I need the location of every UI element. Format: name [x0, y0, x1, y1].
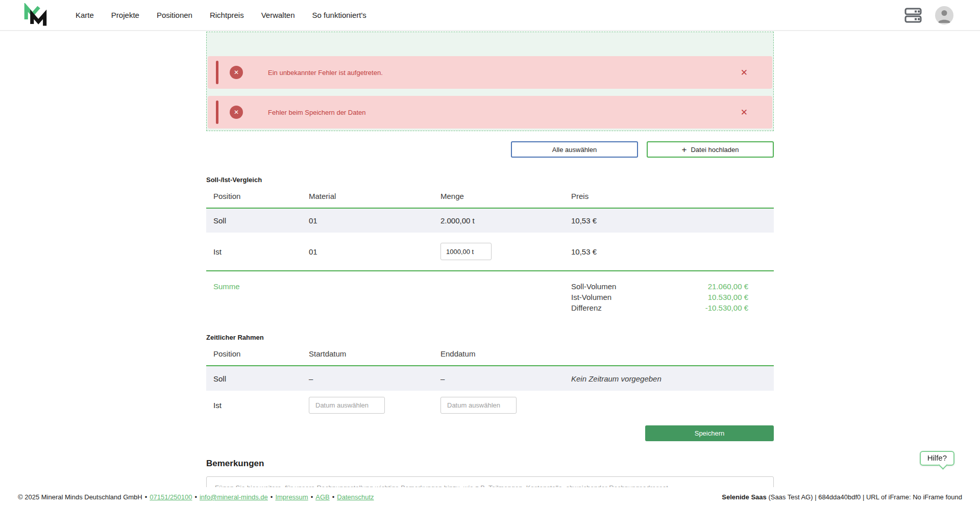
- summary-lines: Soll-Volumen 21.060,00 € Ist-Volumen 10.…: [571, 282, 774, 312]
- footer-separator: •: [332, 493, 335, 501]
- main-nav: Karte Projekte Positionen Richtpreis Ver…: [76, 11, 366, 19]
- alert-save-error: ✕ Fehler beim Speichern der Daten ✕: [208, 96, 772, 129]
- main-content: ✕ Ein unbekannter Fehler ist aufgetreten…: [206, 32, 774, 507]
- alert-accent-bar: [216, 61, 218, 84]
- save-row: Speichern: [206, 425, 774, 441]
- cell-menge: 2.000,00 t: [440, 216, 571, 225]
- col-position: Position: [213, 349, 309, 358]
- datenschutz-link[interactable]: Datenschutz: [337, 493, 374, 501]
- table-row-ist: Ist 01 10,53 €: [206, 233, 774, 271]
- close-icon[interactable]: ✕: [741, 68, 748, 77]
- select-all-label: Alle auswählen: [552, 146, 597, 154]
- col-preis: Preis: [571, 192, 774, 200]
- summary-line-soll-volumen: Soll-Volumen 21.060,00 €: [571, 282, 748, 291]
- summary-value: 21.060,00 €: [708, 282, 748, 291]
- nav-item-projekte[interactable]: Projekte: [111, 11, 139, 19]
- menge-input[interactable]: [440, 243, 492, 260]
- footer-separator: •: [271, 493, 273, 501]
- summary-value: 10.530,00 €: [708, 293, 748, 301]
- cell-material: 01: [309, 216, 440, 225]
- top-navigation-bar: Karte Projekte Positionen Richtpreis Ver…: [0, 0, 980, 31]
- alert-message: Ein unbekannter Fehler ist aufgetreten.: [268, 69, 383, 77]
- nav-item-verwalten[interactable]: Verwalten: [261, 11, 295, 19]
- phone-link[interactable]: 07151/250100: [150, 493, 192, 501]
- user-avatar[interactable]: [935, 6, 953, 24]
- error-badge-icon: ✕: [230, 66, 243, 79]
- cell-startdatum: [309, 397, 440, 414]
- end-date-input[interactable]: [440, 397, 517, 414]
- select-all-button[interactable]: Alle auswählen: [511, 141, 638, 158]
- timeframe-table-header: Position Startdatum Enddatum: [206, 342, 774, 366]
- upload-file-label: Datei hochladen: [691, 146, 739, 154]
- cell-startdatum: –: [309, 374, 440, 383]
- nav-item-richtpreis[interactable]: Richtpreis: [210, 11, 244, 19]
- copyright-text: © 2025 Mineral Minds Deutschland GmbH: [18, 493, 142, 501]
- footer: © 2025 Mineral Minds Deutschland GmbH • …: [0, 487, 980, 507]
- alert-unknown-error: ✕ Ein unbekannter Fehler ist aufgetreten…: [208, 56, 772, 89]
- cell-position: Ist: [213, 247, 309, 256]
- table-row-soll: Soll 01 2.000,00 t 10,53 €: [206, 209, 774, 233]
- nav-item-positionen[interactable]: Positionen: [157, 11, 192, 19]
- cell-enddatum: [440, 397, 571, 414]
- summary-label: Ist-Volumen: [571, 293, 611, 301]
- cell-menge: [440, 243, 571, 260]
- alerts-container: ✕ Ein unbekannter Fehler ist aufgetreten…: [206, 32, 774, 131]
- cell-position: Ist: [213, 401, 309, 410]
- email-link[interactable]: info@mineral-minds.de: [200, 493, 268, 501]
- plus-icon: +: [682, 145, 687, 154]
- save-button[interactable]: Speichern: [645, 425, 774, 441]
- cell-position: Soll: [213, 374, 309, 383]
- nav-item-karte[interactable]: Karte: [76, 11, 94, 19]
- summary-line-differenz: Differenz -10.530,00 €: [571, 303, 748, 312]
- upload-file-button[interactable]: + Datei hochladen: [647, 141, 774, 158]
- footer-env-info: Selenide Saas (Saas Test AG) | 684dda40b…: [722, 493, 962, 501]
- summary-label: Differenz: [571, 303, 602, 312]
- remarks-title: Bemerkungen: [206, 459, 774, 469]
- cell-preis: 10,53 €: [571, 247, 774, 256]
- env-details: (Saas Test AG) | 684dda40bdf0 | URL of i…: [767, 493, 962, 501]
- impressum-link[interactable]: Impressum: [275, 493, 308, 501]
- footer-separator: •: [194, 493, 197, 501]
- alert-accent-bar: [216, 100, 218, 124]
- comparison-table-header: Position Material Menge Preis: [206, 185, 774, 209]
- timeframe-row-ist: Ist: [206, 391, 774, 419]
- env-name: Selenide Saas: [722, 493, 766, 501]
- cell-enddatum: –: [440, 374, 571, 383]
- summary-label: Soll-Volumen: [571, 282, 616, 291]
- summary-row: Summe Soll-Volumen 21.060,00 € Ist-Volum…: [206, 271, 774, 318]
- timeframe-row-soll: Soll – – Kein Zeitraum vorgegeben: [206, 366, 774, 391]
- alert-message: Fehler beim Speichern der Daten: [268, 109, 366, 116]
- col-menge: Menge: [440, 192, 571, 200]
- mineral-minds-logo-icon[interactable]: [22, 3, 48, 28]
- timeframe-note: Kein Zeitraum vorgegeben: [571, 374, 774, 383]
- footer-separator: •: [145, 493, 148, 501]
- summe-label: Summe: [213, 282, 309, 291]
- server-stack-icon[interactable]: [904, 6, 922, 24]
- cell-material: 01: [309, 247, 440, 256]
- footer-left: © 2025 Mineral Minds Deutschland GmbH • …: [18, 493, 374, 501]
- start-date-input[interactable]: [309, 397, 385, 414]
- agb-link[interactable]: AGB: [315, 493, 329, 501]
- topbar-right: [904, 6, 953, 24]
- actions-row: Alle auswählen + Datei hochladen: [206, 141, 774, 158]
- error-badge-icon: ✕: [230, 106, 243, 119]
- summary-value: -10.530,00 €: [705, 303, 748, 312]
- summary-line-ist-volumen: Ist-Volumen 10.530,00 €: [571, 293, 748, 301]
- person-icon: [935, 6, 953, 24]
- nav-item-so-funktionierts[interactable]: So funktioniert's: [312, 11, 366, 19]
- col-startdatum: Startdatum: [309, 349, 440, 358]
- cell-position: Soll: [213, 216, 309, 225]
- cell-preis: 10,53 €: [571, 216, 774, 225]
- col-enddatum: Enddatum: [440, 349, 571, 358]
- comparison-title: Soll-/Ist-Vergleich: [206, 176, 774, 184]
- help-button[interactable]: Hilfe?: [920, 451, 954, 466]
- col-material: Material: [309, 192, 440, 200]
- timeframe-title: Zeitlicher Rahmen: [206, 334, 774, 341]
- col-position: Position: [213, 192, 309, 200]
- close-icon[interactable]: ✕: [741, 108, 748, 117]
- footer-separator: •: [311, 493, 313, 501]
